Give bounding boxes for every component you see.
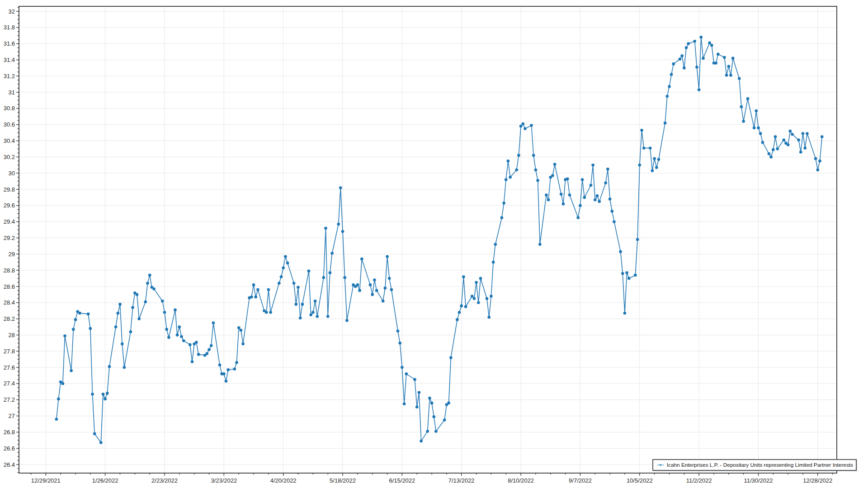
plot-frame	[19, 6, 837, 473]
y-tick-label: 26.8	[4, 429, 15, 436]
y-tick-labels: 26.426.626.82727.227.427.627.82828.228.4…	[4, 8, 19, 468]
x-tick-label: 3/23/2022	[211, 477, 237, 484]
y-tick-label: 27.8	[4, 348, 15, 355]
y-tick-label: 29.6	[4, 202, 15, 209]
y-tick-label: 28.2	[4, 315, 15, 322]
y-tick-label: 29.8	[4, 186, 15, 193]
legend-series-marker	[657, 462, 664, 468]
y-tick-label: 32	[9, 8, 15, 15]
y-tick-label: 30.4	[4, 137, 15, 144]
y-tick-label: 31.4	[4, 56, 15, 63]
y-tick-label: 29	[9, 251, 15, 258]
y-tick-label: 31.2	[4, 73, 15, 80]
x-tick-label: 11/30/2022	[744, 477, 773, 484]
series-points	[55, 36, 824, 444]
x-tick-label: 7/13/2022	[448, 477, 475, 484]
y-tick-label: 27.2	[4, 396, 15, 403]
x-tick-label: 2/23/2022	[151, 477, 178, 484]
series-line	[57, 37, 822, 442]
legend[interactable]: Icahn Enterprises L.P. - Depositary Unit…	[652, 459, 857, 471]
y-tick-label: 31.8	[4, 24, 15, 31]
y-tick-label: 29.2	[4, 235, 15, 241]
y-tick-label: 30.2	[4, 154, 15, 160]
y-tick-label: 30	[9, 170, 15, 177]
y-tick-label: 28.8	[4, 267, 15, 274]
x-tick-label: 6/15/2022	[389, 477, 415, 484]
stock-price-chart: 26.426.626.82727.227.427.627.82828.228.4…	[0, 0, 868, 488]
y-tick-label: 28.4	[4, 299, 15, 306]
y-tick-label: 26.6	[4, 445, 15, 452]
y-tick-label: 27.4	[4, 380, 15, 387]
x-tick-label: 11/2/2022	[686, 477, 712, 484]
x-tick-label: 1/26/2022	[92, 477, 118, 484]
x-tick-label: 12/29/2021	[31, 477, 61, 484]
y-tick-label: 28	[9, 332, 15, 338]
legend-series-label: Icahn Enterprises L.P. - Depositary Unit…	[667, 462, 853, 468]
x-tick-label: 5/18/2022	[330, 477, 356, 484]
x-tick-label: 8/10/2022	[508, 477, 534, 484]
x-tick-label: 10/5/2022	[627, 477, 653, 484]
y-tick-label: 27.6	[4, 364, 15, 371]
y-tick-label: 29.4	[4, 218, 15, 225]
y-tick-label: 28.6	[4, 283, 15, 290]
x-tick-label: 9/7/2022	[569, 477, 592, 484]
x-tick-label: 4/20/2022	[270, 477, 297, 484]
y-tick-label: 31	[9, 89, 15, 96]
x-tick-label: 12/28/2022	[803, 477, 832, 484]
y-tick-label: 30.6	[4, 121, 15, 128]
y-tick-label: 31.6	[4, 40, 15, 47]
y-tick-label: 27	[9, 413, 15, 419]
x-tick-labels: 12/29/20211/26/20222/23/20223/23/20224/2…	[31, 473, 833, 484]
y-tick-label: 30.8	[4, 105, 15, 112]
y-tick-label: 26.4	[4, 461, 15, 468]
chart-plot-area: 26.426.626.82727.227.427.627.82828.228.4…	[0, 0, 868, 488]
y-gridlines	[19, 11, 837, 465]
